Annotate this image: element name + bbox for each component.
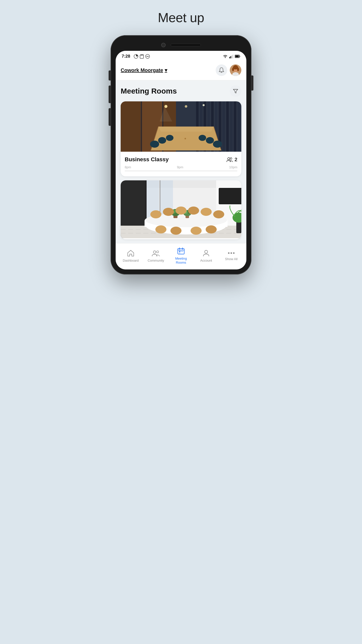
svg-point-104 xyxy=(228,252,230,254)
account-icon xyxy=(203,250,209,258)
svg-rect-30 xyxy=(222,101,225,152)
svg-rect-2 xyxy=(141,54,142,56)
phone-power-button xyxy=(251,75,253,91)
svg-point-49 xyxy=(158,137,166,144)
phone-vol-button-3 xyxy=(109,108,111,126)
svg-rect-100 xyxy=(180,251,182,252)
svg-rect-99 xyxy=(179,251,180,252)
svg-point-106 xyxy=(233,252,235,254)
room-name-1: Business Classy xyxy=(125,156,169,163)
svg-point-54 xyxy=(228,158,230,160)
svg-point-94 xyxy=(157,251,159,253)
svg-point-20 xyxy=(237,68,239,71)
svg-rect-9 xyxy=(231,56,231,58)
bell-icon xyxy=(219,67,224,73)
status-icon-3 xyxy=(145,54,150,59)
svg-rect-31 xyxy=(226,101,229,152)
filter-button[interactable] xyxy=(230,85,241,97)
meeting-rooms-icon xyxy=(177,248,185,256)
status-icons-left xyxy=(134,54,150,59)
capacity-icon xyxy=(227,157,233,162)
room-capacity-1: 2 xyxy=(227,157,237,163)
timeline-label-9pm: 9pm xyxy=(177,165,183,169)
svg-point-48 xyxy=(150,141,159,148)
user-avatar-button[interactable] xyxy=(230,64,241,76)
phone-top-bezel xyxy=(116,40,246,51)
svg-point-85 xyxy=(201,208,212,216)
notification-button[interactable] xyxy=(216,64,227,76)
room-svg-bright xyxy=(121,180,241,238)
svg-point-88 xyxy=(170,227,182,235)
svg-rect-39 xyxy=(141,101,142,152)
phone-vol-button-1 xyxy=(109,70,111,80)
phone-vol-button-2 xyxy=(109,86,111,103)
svg-rect-101 xyxy=(182,251,183,252)
svg-point-86 xyxy=(213,210,224,218)
svg-point-50 xyxy=(166,135,173,141)
nav-label-show-all: Show All xyxy=(225,257,238,261)
svg-point-103 xyxy=(205,250,208,253)
room-image-1 xyxy=(121,101,241,153)
screen: 7:28 xyxy=(116,51,246,269)
capacity-number-1: 2 xyxy=(235,157,237,163)
phone-camera xyxy=(161,43,166,47)
room-name-row-1: Business Classy 2 xyxy=(125,156,237,163)
status-icons-right xyxy=(223,54,240,58)
phone-shell: 7:28 xyxy=(111,35,251,274)
phone-speaker xyxy=(171,44,201,47)
timeline-labels-1: 8pm 9pm 10pm xyxy=(125,165,237,169)
bottom-nav: Dashboard Community xyxy=(116,243,246,269)
nav-item-dashboard[interactable]: Dashboard xyxy=(118,249,143,264)
section-title: Meeting Rooms xyxy=(121,87,177,95)
section-header: Meeting Rooms xyxy=(121,85,241,97)
svg-point-81 xyxy=(150,210,161,218)
svg-point-87 xyxy=(155,225,166,233)
svg-rect-8 xyxy=(229,57,230,58)
room-card-1[interactable]: Business Classy 2 xyxy=(121,101,241,176)
svg-rect-4 xyxy=(143,54,144,55)
nav-item-meeting-rooms[interactable]: MeetingRooms xyxy=(168,247,194,265)
svg-rect-14 xyxy=(235,55,239,57)
svg-point-45 xyxy=(203,104,205,106)
svg-point-90 xyxy=(206,225,217,233)
svg-point-82 xyxy=(163,208,174,216)
nav-item-account[interactable]: Account xyxy=(194,249,219,264)
svg-point-93 xyxy=(153,251,156,253)
status-time: 7:28 xyxy=(122,54,130,59)
svg-rect-1 xyxy=(140,55,144,58)
battery-icon xyxy=(235,55,240,58)
timeline-label-10pm: 10pm xyxy=(229,165,237,169)
room-image-2 xyxy=(121,180,241,239)
avatar-image xyxy=(230,64,241,76)
svg-point-53 xyxy=(199,135,206,141)
wifi-icon xyxy=(223,54,228,58)
svg-point-105 xyxy=(231,252,232,254)
svg-point-7 xyxy=(225,57,226,58)
status-icon-2 xyxy=(140,54,144,59)
svg-rect-3 xyxy=(142,54,143,56)
community-icon xyxy=(152,250,160,258)
svg-rect-13 xyxy=(240,56,240,57)
svg-rect-34 xyxy=(238,101,240,152)
nav-label-meeting-rooms: MeetingRooms xyxy=(175,257,187,264)
filter-icon xyxy=(233,88,238,94)
svg-rect-33 xyxy=(234,101,236,152)
svg-rect-102 xyxy=(179,252,180,253)
dashboard-icon xyxy=(127,250,134,258)
nav-item-community[interactable]: Community xyxy=(143,249,168,264)
nav-label-community: Community xyxy=(148,259,164,263)
room-svg-dark xyxy=(121,101,241,152)
room-info-1: Business Classy 2 xyxy=(121,153,241,176)
nav-item-show-all[interactable]: Show All xyxy=(219,250,244,262)
location-name: Cowork Moorgate xyxy=(121,67,163,73)
svg-point-83 xyxy=(175,207,187,215)
timeline-bar-1 xyxy=(125,171,237,171)
room-card-2[interactable] xyxy=(121,180,241,239)
header-icons xyxy=(216,64,241,76)
status-bar: 7:28 xyxy=(116,51,246,61)
svg-point-55 xyxy=(230,158,232,159)
location-selector[interactable]: Cowork Moorgate ▾ xyxy=(121,67,167,73)
svg-rect-10 xyxy=(232,55,232,58)
svg-rect-32 xyxy=(230,101,233,152)
timeline-label-8pm: 8pm xyxy=(125,165,131,169)
